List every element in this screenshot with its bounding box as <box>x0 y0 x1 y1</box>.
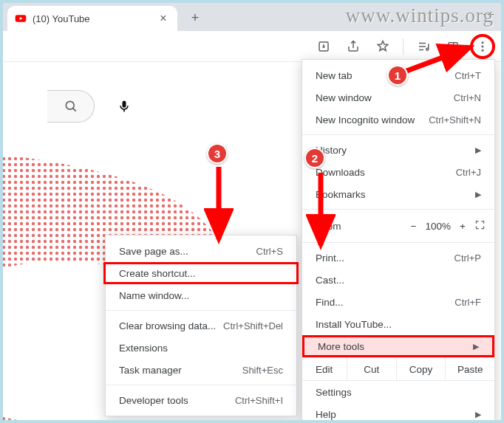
create-shortcut-item[interactable]: Create shortcut... <box>103 262 299 284</box>
separator <box>302 209 494 210</box>
menu-find[interactable]: Find...Ctrl+F <box>302 291 494 313</box>
menu-new-incognito[interactable]: New Incognito windowCtrl+Shift+N <box>302 109 494 131</box>
fullscreen-icon[interactable] <box>474 219 486 233</box>
chrome-menu-button[interactable] <box>470 34 495 59</box>
more-tools-submenu: Save page as...Ctrl+S Create shortcut...… <box>105 235 297 416</box>
search-button[interactable] <box>47 90 95 123</box>
menu-edit-row: Edit Cut Copy Paste <box>302 357 494 381</box>
edit-paste[interactable]: Paste <box>445 358 494 380</box>
svg-point-7 <box>482 49 484 51</box>
bookmark-star-icon[interactable] <box>370 34 395 59</box>
panel-icon[interactable] <box>440 34 466 59</box>
tab-title: (10) YouTube <box>33 13 90 24</box>
task-manager-item[interactable]: Task managerShift+Esc <box>106 359 296 381</box>
separator <box>302 134 494 135</box>
svg-line-9 <box>72 109 75 111</box>
menu-bookmarks[interactable]: Bookmarks▶ <box>302 183 494 205</box>
browser-tab[interactable]: (10) YouTube × <box>7 6 177 31</box>
menu-downloads[interactable]: DownloadsCtrl+J <box>302 161 494 183</box>
zoom-value: 100% <box>426 221 452 232</box>
annotation-badge-1: 1 <box>387 65 408 86</box>
separator <box>106 385 296 385</box>
tab-close-icon[interactable]: × <box>157 12 170 25</box>
edit-copy[interactable]: Copy <box>396 358 446 380</box>
install-app-icon[interactable] <box>311 34 336 59</box>
chevron-right-icon: ▶ <box>475 145 481 155</box>
menu-settings[interactable]: Settings <box>302 381 494 403</box>
svg-point-8 <box>66 101 74 109</box>
menu-help[interactable]: Help▶ <box>302 403 494 423</box>
chevron-right-icon: ▶ <box>475 190 481 199</box>
svg-point-5 <box>482 41 484 44</box>
browser-toolbar <box>3 31 501 62</box>
menu-new-window[interactable]: New windowCtrl+N <box>302 86 494 109</box>
clear-browsing-data-item[interactable]: Clear browsing data...Ctrl+Shift+Del <box>106 314 296 337</box>
menu-more-tools[interactable]: More tools▶ <box>302 335 494 357</box>
edit-cut[interactable]: Cut <box>347 358 396 380</box>
chevron-right-icon: ▶ <box>475 410 481 419</box>
chevron-right-icon: ▶ <box>473 342 479 351</box>
separator <box>106 310 296 311</box>
share-icon[interactable] <box>341 34 366 59</box>
music-queue-icon[interactable] <box>411 34 436 59</box>
separator <box>302 242 494 243</box>
voice-search-button[interactable] <box>109 92 139 121</box>
menu-zoom: Zoom − 100% + <box>302 213 494 238</box>
name-window-item[interactable]: Name window... <box>106 284 296 306</box>
svg-rect-10 <box>123 101 126 108</box>
zoom-in-button[interactable]: + <box>460 221 466 232</box>
annotation-badge-3: 3 <box>207 143 228 164</box>
svg-point-6 <box>482 45 484 47</box>
menu-history[interactable]: History▶ <box>302 139 494 161</box>
extensions-item[interactable]: Extensions <box>106 337 296 359</box>
minimize-icon[interactable]: — <box>482 7 495 19</box>
youtube-icon <box>15 13 27 24</box>
menu-cast[interactable]: Cast... <box>302 269 494 291</box>
save-page-item[interactable]: Save page as...Ctrl+S <box>106 240 296 262</box>
annotation-badge-2: 2 <box>304 148 325 168</box>
menu-print[interactable]: Print...Ctrl+P <box>302 247 494 269</box>
separator <box>403 38 403 55</box>
zoom-out-button[interactable]: − <box>411 221 417 232</box>
menu-install-youtube[interactable]: Install YouTube... <box>302 313 494 335</box>
developer-tools-item[interactable]: Developer toolsCtrl+Shift+I <box>106 389 296 411</box>
chrome-menu: New tabCtrl+T New windowCtrl+N New Incog… <box>302 59 495 423</box>
tab-strip: (10) YouTube × + <box>3 3 501 31</box>
edit-label: Edit <box>302 358 347 380</box>
window-controls: — <box>482 7 495 19</box>
new-tab-button[interactable]: + <box>185 7 205 28</box>
